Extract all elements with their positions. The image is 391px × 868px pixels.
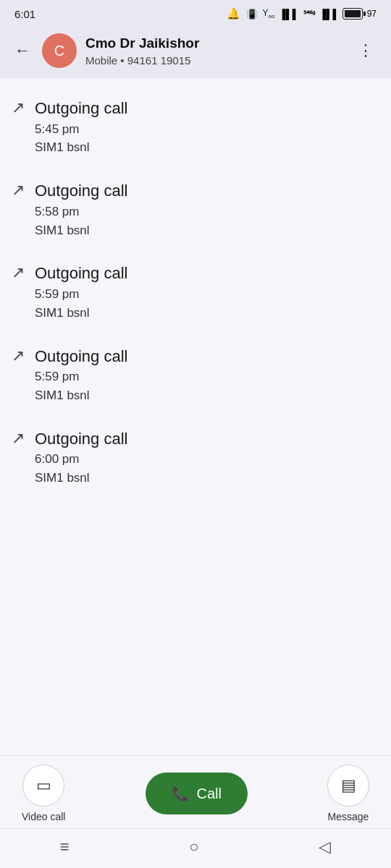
video-call-label: Video call [22,811,65,822]
back-button[interactable]: ← [12,38,33,63]
call-time: 5:59 pm [35,286,127,303]
call-detail-block: Outgoing call 5:59 pm SIM1 bsnl [35,263,127,321]
more-options-button[interactable]: ⋮ [352,38,379,63]
call-type: Outgoing call [35,181,127,202]
call-detail-block: Outgoing call 5:59 pm SIM1 bsnl [35,346,127,404]
video-icon: ▭ [36,776,51,795]
nav-bar: ≡ ○ ◁ [0,828,391,868]
message-wrap: ▤ Message [327,765,369,822]
video-call-wrap: ▭ Video call [22,765,65,822]
outgoing-arrow-icon: ↗ [12,182,25,198]
outgoing-arrow-icon: ↗ [12,348,25,364]
status-bar: 6:01 🔔 📳 Yoo ▐▌▌ ⁵⁴⁶ᵍ ▐▌▌ 97 [0,0,391,26]
phone-icon: 📞 [172,785,190,802]
4g-icon: ⁵⁴⁶ᵍ [303,9,315,19]
action-bar: ▭ Video call 📞 Call ▤ Message [0,755,391,828]
call-detail-block: Outgoing call 5:45 pm SIM1 bsnl [35,98,127,156]
call-sim: SIM1 bsnl [35,222,127,239]
call-sim: SIM1 bsnl [35,387,127,404]
signal-icon: Yoo [262,8,274,20]
call-detail-block: Outgoing call 5:58 pm SIM1 bsnl [35,181,127,239]
outgoing-arrow-icon: ↗ [12,100,25,116]
battery-level: 97 [367,9,377,19]
battery-icon [342,8,363,20]
video-call-button[interactable]: ▭ [22,765,64,807]
outgoing-arrow-icon: ↗ [12,265,25,281]
signal-bars-2: ▐▌▌ [319,9,340,20]
call-item[interactable]: ↗ Outgoing call 6:00 pm SIM1 bsnl [0,416,391,498]
call-type: Outgoing call [35,346,127,367]
contact-name: Cmo Dr Jaikishor [85,35,343,53]
signal-bars: ▐▌▌ [279,9,299,20]
avatar: C [42,33,77,68]
call-time: 5:58 pm [35,203,127,221]
nav-home-icon[interactable]: ○ [189,838,198,856]
call-type: Outgoing call [35,263,127,284]
header: ← C Cmo Dr Jaikishor Mobile • 94161 1901… [0,26,391,78]
call-item[interactable]: ↗ Outgoing call 5:58 pm SIM1 bsnl [0,168,391,250]
call-label: Call [197,786,222,802]
contact-number: Mobile • 94161 19015 [85,54,343,67]
message-button[interactable]: ▤ [327,765,369,807]
call-sim: SIM1 bsnl [35,469,127,487]
vibrate-icon: 📳 [246,9,258,20]
call-item[interactable]: ↗ Outgoing call 5:59 pm SIM1 bsnl [0,333,391,416]
status-time: 6:01 [14,8,35,20]
message-label: Message [328,811,369,822]
call-list: ↗ Outgoing call 5:45 pm SIM1 bsnl ↗ Outg… [0,78,391,755]
call-time: 5:59 pm [35,368,127,386]
call-button[interactable]: 📞 Call [146,773,248,814]
nav-back-icon[interactable]: ◁ [319,838,331,856]
status-icons: 🔔 📳 Yoo ▐▌▌ ⁵⁴⁶ᵍ ▐▌▌ 97 [227,7,377,20]
call-type: Outgoing call [35,98,127,119]
nav-menu-icon[interactable]: ≡ [60,838,70,856]
outgoing-arrow-icon: ↗ [12,430,25,446]
call-type: Outgoing call [35,429,127,450]
call-time: 5:45 pm [35,121,127,138]
call-sim: SIM1 bsnl [35,139,127,156]
call-item[interactable]: ↗ Outgoing call 5:59 pm SIM1 bsnl [0,250,391,333]
contact-info: Cmo Dr Jaikishor Mobile • 94161 19015 [85,35,343,67]
bell-icon: 🔔 [227,7,240,20]
call-sim: SIM1 bsnl [35,305,127,322]
call-item[interactable]: ↗ Outgoing call 5:45 pm SIM1 bsnl [0,85,391,168]
message-icon: ▤ [341,776,356,795]
battery-fill [345,10,361,17]
call-detail-block: Outgoing call 6:00 pm SIM1 bsnl [35,429,127,487]
call-time: 6:00 pm [35,451,127,468]
